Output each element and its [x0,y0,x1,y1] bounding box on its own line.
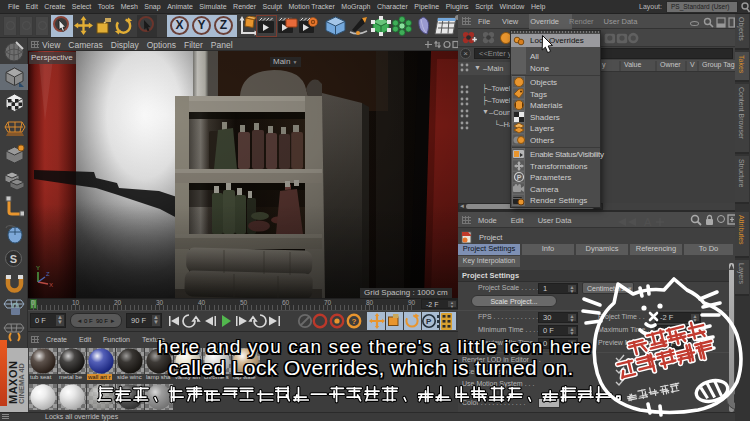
svg-text:A: A [644,216,652,228]
svg-text:P: P [426,317,432,326]
svg-text:Z: Z [46,271,50,277]
svg-text:?: ? [351,317,356,326]
svg-text:Y: Y [36,265,40,271]
svg-text:X: X [49,282,53,288]
svg-text:P: P [517,174,522,181]
